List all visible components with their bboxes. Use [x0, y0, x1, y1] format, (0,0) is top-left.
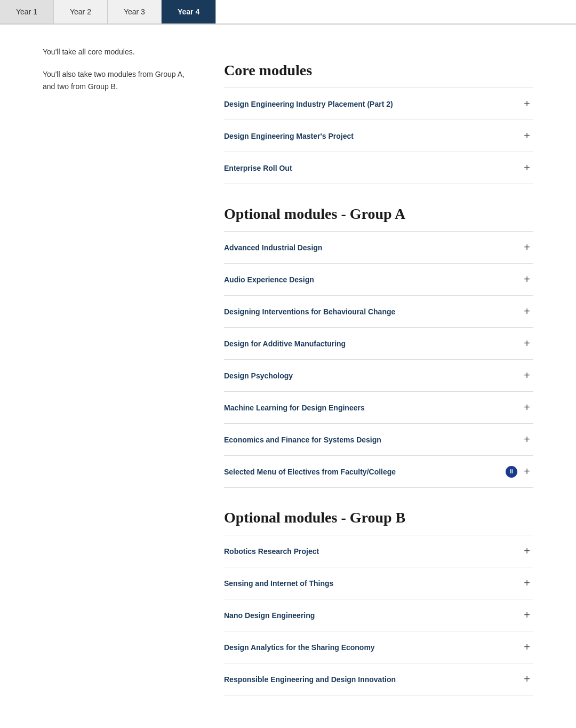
module-label: Design Analytics for the Sharing Economy — [224, 643, 521, 652]
group-b-list: Robotics Research Project+Sensing and In… — [224, 535, 533, 695]
module-label: Design Engineering Master's Project — [224, 132, 521, 140]
sidebar-line1: You'll take all core modules. — [43, 46, 192, 58]
expand-icon[interactable]: + — [521, 337, 533, 350]
core-modules-list: Design Engineering Industry Placement (P… — [224, 88, 533, 184]
module-label: Responsible Engineering and Design Innov… — [224, 675, 521, 684]
plus-area: + — [521, 305, 533, 318]
sidebar: You'll take all core modules. You'll als… — [43, 46, 192, 717]
group-a-list: Advanced Industrial Design+Audio Experie… — [224, 231, 533, 488]
group-a-heading: Optional modules - Group A — [224, 205, 533, 223]
year-tab-year-4[interactable]: Year 4 — [162, 0, 216, 23]
expand-icon[interactable]: + — [521, 401, 533, 414]
core-modules-heading: Core modules — [224, 62, 533, 79]
module-item[interactable]: Responsible Engineering and Design Innov… — [224, 663, 533, 695]
expand-icon[interactable]: + — [521, 130, 533, 142]
plus-area: + — [521, 241, 533, 254]
expand-icon[interactable]: + — [521, 162, 533, 174]
expand-icon[interactable]: + — [521, 305, 533, 318]
sidebar-line2: You'll also take two modules from Group … — [43, 68, 192, 92]
group-b-heading: Optional modules - Group B — [224, 509, 533, 526]
year-tab-year-1[interactable]: Year 1 — [0, 0, 54, 23]
module-label: Sensing and Internet of Things — [224, 579, 521, 588]
group-a-section: Optional modules - Group A Advanced Indu… — [224, 205, 533, 488]
module-label: Machine Learning for Design Engineers — [224, 403, 521, 412]
expand-icon[interactable]: + — [521, 98, 533, 110]
expand-icon[interactable]: + — [521, 241, 533, 254]
module-item[interactable]: Advanced Industrial Design+ — [224, 231, 533, 264]
module-item[interactable]: Design Engineering Industry Placement (P… — [224, 88, 533, 120]
expand-icon[interactable]: + — [521, 577, 533, 589]
module-item[interactable]: Designing Interventions for Behavioural … — [224, 296, 533, 328]
main-content: You'll take all core modules. You'll als… — [0, 25, 576, 728]
modules-content: Core modules Design Engineering Industry… — [224, 46, 533, 717]
plus-area: ii+ — [506, 465, 533, 478]
info-badge[interactable]: ii — [506, 466, 517, 478]
year-tab-year-3[interactable]: Year 3 — [108, 0, 162, 23]
group-b-section: Optional modules - Group B Robotics Rese… — [224, 509, 533, 695]
module-item[interactable]: Design Analytics for the Sharing Economy… — [224, 631, 533, 663]
plus-area: + — [521, 401, 533, 414]
module-item[interactable]: Design for Additive Manufacturing+ — [224, 328, 533, 360]
plus-area: + — [521, 433, 533, 446]
expand-icon[interactable]: + — [521, 433, 533, 446]
module-item[interactable]: Nano Design Engineering+ — [224, 599, 533, 631]
expand-icon[interactable]: + — [521, 673, 533, 685]
module-item[interactable]: Design Engineering Master's Project+ — [224, 120, 533, 152]
plus-area: + — [521, 369, 533, 382]
module-item[interactable]: Design Psychology+ — [224, 360, 533, 392]
year-tab-year-2[interactable]: Year 2 — [54, 0, 108, 23]
module-label: Design Engineering Industry Placement (P… — [224, 100, 521, 108]
year-tabs: Year 1Year 2Year 3Year 4 — [0, 0, 576, 25]
module-label: Advanced Industrial Design — [224, 243, 521, 252]
expand-icon[interactable]: + — [521, 609, 533, 621]
module-label: Selected Menu of Electives from Faculty/… — [224, 468, 506, 476]
module-item[interactable]: Audio Experience Design+ — [224, 264, 533, 296]
module-item[interactable]: Enterprise Roll Out+ — [224, 152, 533, 184]
expand-icon[interactable]: + — [521, 465, 533, 478]
module-item[interactable]: Sensing and Internet of Things+ — [224, 567, 533, 599]
module-item[interactable]: Selected Menu of Electives from Faculty/… — [224, 456, 533, 488]
plus-area: + — [521, 273, 533, 286]
module-item[interactable]: Machine Learning for Design Engineers+ — [224, 392, 533, 424]
module-item[interactable]: Robotics Research Project+ — [224, 535, 533, 567]
module-label: Design for Additive Manufacturing — [224, 339, 521, 348]
module-label: Audio Experience Design — [224, 275, 521, 284]
expand-icon[interactable]: + — [521, 369, 533, 382]
core-modules-section: Core modules Design Engineering Industry… — [224, 62, 533, 184]
expand-icon[interactable]: + — [521, 545, 533, 557]
module-label: Nano Design Engineering — [224, 611, 521, 620]
expand-icon[interactable]: + — [521, 641, 533, 653]
module-label: Design Psychology — [224, 371, 521, 380]
expand-icon[interactable]: + — [521, 273, 533, 286]
module-label: Designing Interventions for Behavioural … — [224, 307, 521, 316]
module-item[interactable]: Economics and Finance for Systems Design… — [224, 424, 533, 456]
module-label: Economics and Finance for Systems Design — [224, 436, 521, 444]
plus-area: + — [521, 337, 533, 350]
module-label: Robotics Research Project — [224, 547, 521, 556]
module-label: Enterprise Roll Out — [224, 164, 521, 172]
